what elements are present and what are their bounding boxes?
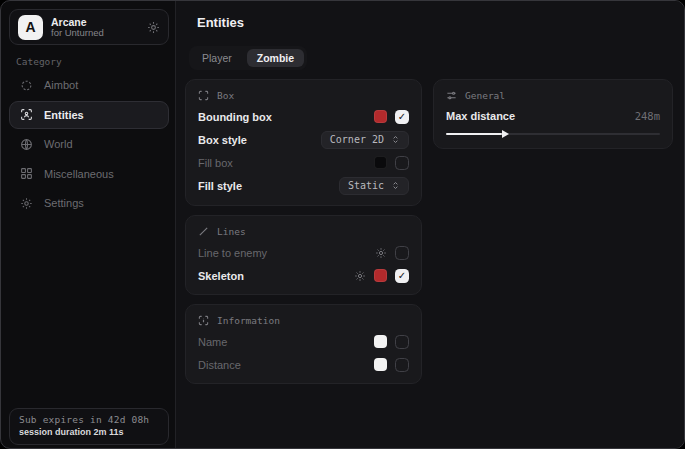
checkbox-checked[interactable]: ✓ <box>395 269 409 283</box>
setting-row-skeleton: Skeleton ✓ <box>198 264 409 287</box>
gear-icon[interactable] <box>354 270 366 282</box>
card-header-label: Lines <box>217 226 246 237</box>
setting-row-name: Name <box>198 330 409 353</box>
scan-user-icon <box>20 108 33 121</box>
sidebar-nav: Aimbot Entities World Miscellaneous <box>9 71 169 218</box>
color-swatch[interactable] <box>374 358 387 371</box>
checkbox-unchecked[interactable] <box>395 358 409 372</box>
app-title: Arcane <box>51 16 139 28</box>
max-distance-slider[interactable] <box>446 128 660 140</box>
box-corners-icon <box>198 90 209 101</box>
crosshair-icon <box>20 79 33 92</box>
card-header-label: Box <box>217 90 234 101</box>
sidebar-item-label: Aimbot <box>44 79 78 91</box>
setting-row-distance: Distance <box>198 353 409 376</box>
tab-zombie[interactable]: Zombie <box>247 49 304 67</box>
general-card: General Max distance 248m <box>433 79 673 149</box>
sidebar-item-settings[interactable]: Settings <box>9 189 169 218</box>
gear-icon[interactable] <box>375 247 387 259</box>
color-swatch[interactable] <box>374 110 387 123</box>
sidebar-item-label: Miscellaneous <box>44 168 114 180</box>
setting-row-fill-style: Fill style Static <box>198 174 409 197</box>
color-swatch[interactable] <box>374 156 387 169</box>
main-content: Entities Player Zombie Box Bounding box … <box>176 1 685 448</box>
sub-expiry-text: Sub expires in 42d 08h <box>19 414 159 425</box>
subscription-info-card: Sub expires in 42d 08h session duration … <box>9 408 169 445</box>
chevron-up-down-icon <box>391 181 400 190</box>
checkbox-checked[interactable]: ✓ <box>395 110 409 124</box>
scan-info-icon <box>198 315 209 326</box>
box-card: Box Bounding box ✓ Box style Corner 2D <box>185 79 422 206</box>
checkbox-unchecked[interactable] <box>395 246 409 260</box>
tab-bar: Player Zombie <box>189 46 307 70</box>
lines-card: Lines Line to enemy Skeleton <box>185 215 422 295</box>
box-style-dropdown[interactable]: Corner 2D <box>321 131 409 149</box>
app-window: A Arcane for Unturned Category Aimbot <box>0 0 685 449</box>
globe-icon <box>20 138 33 151</box>
setting-row-max-distance: Max distance 248m <box>446 105 660 127</box>
max-distance-value: 248m <box>635 110 660 122</box>
gear-icon[interactable] <box>147 21 160 34</box>
gear-icon <box>20 197 33 210</box>
sidebar-item-label: Entities <box>44 109 84 121</box>
setting-row-box-style: Box style Corner 2D <box>198 128 409 151</box>
setting-row-fill-box: Fill box <box>198 151 409 174</box>
checkbox-unchecked[interactable] <box>395 156 409 170</box>
sidebar-item-world[interactable]: World <box>9 130 169 159</box>
setting-row-line-to-enemy: Line to enemy <box>198 241 409 264</box>
sidebar-item-label: World <box>44 138 73 150</box>
card-header-label: General <box>465 90 505 101</box>
app-subtitle: for Unturned <box>51 28 139 39</box>
page-title: Entities <box>197 15 244 30</box>
setting-row-bounding-box: Bounding box ✓ <box>198 105 409 128</box>
color-swatch[interactable] <box>374 335 387 348</box>
sidebar-item-miscellaneous[interactable]: Miscellaneous <box>9 160 169 189</box>
sidebar-item-aimbot[interactable]: Aimbot <box>9 71 169 100</box>
sidebar-item-entities[interactable]: Entities <box>9 101 169 130</box>
checkbox-unchecked[interactable] <box>395 335 409 349</box>
sidebar-item-label: Settings <box>44 197 84 209</box>
fill-style-dropdown[interactable]: Static <box>339 177 409 195</box>
category-section-label: Category <box>16 56 62 67</box>
logo-card: A Arcane for Unturned <box>9 9 169 45</box>
grid-icon <box>20 167 33 180</box>
sidebar: A Arcane for Unturned Category Aimbot <box>1 1 176 448</box>
session-duration-text: session duration 2m 11s <box>19 427 159 437</box>
color-swatch[interactable] <box>374 269 387 282</box>
slider-fill <box>446 133 502 135</box>
card-header-label: Information <box>217 315 280 326</box>
diagonal-line-icon <box>198 226 209 237</box>
sliders-icon <box>446 90 457 101</box>
chevron-up-down-icon <box>391 135 400 144</box>
tab-player[interactable]: Player <box>192 49 242 67</box>
information-card: Information Name Distance <box>185 304 422 384</box>
slider-thumb-arrow-icon[interactable] <box>502 130 509 138</box>
avatar: A <box>18 15 43 40</box>
